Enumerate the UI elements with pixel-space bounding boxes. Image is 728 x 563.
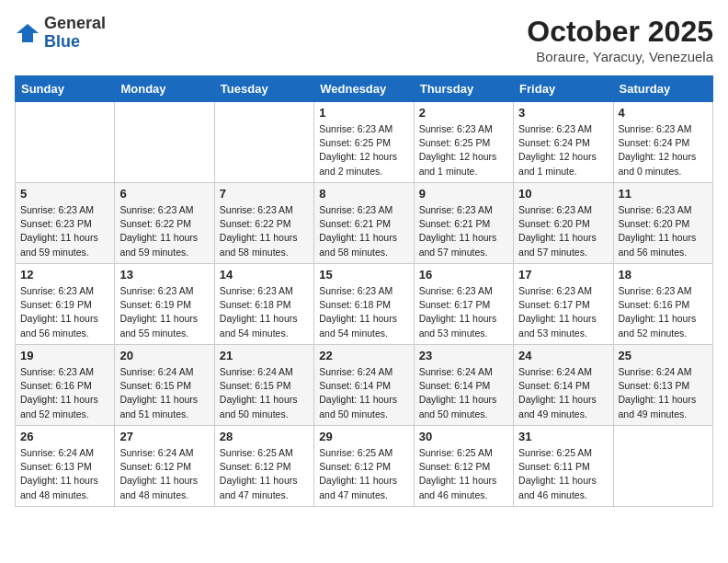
calendar-cell: 29Sunrise: 6:25 AM Sunset: 6:12 PM Dayli… [314, 426, 414, 507]
day-number: 16 [419, 268, 508, 282]
calendar-cell: 12Sunrise: 6:23 AM Sunset: 6:19 PM Dayli… [16, 264, 115, 345]
calendar-cell: 30Sunrise: 6:25 AM Sunset: 6:12 PM Dayli… [414, 426, 513, 507]
calendar-cell: 5Sunrise: 6:23 AM Sunset: 6:23 PM Daylig… [16, 183, 115, 264]
day-info: Sunrise: 6:25 AM Sunset: 6:11 PM Dayligh… [518, 446, 608, 502]
day-info: Sunrise: 6:24 AM Sunset: 6:13 PM Dayligh… [20, 446, 109, 502]
day-number: 29 [319, 430, 408, 443]
calendar-cell [214, 102, 313, 183]
title-block: October 2025 Boraure, Yaracuy, Venezuela [527, 15, 713, 64]
day-info: Sunrise: 6:23 AM Sunset: 6:18 PM Dayligh… [220, 284, 309, 340]
month-title: October 2025 [527, 15, 713, 49]
day-number: 2 [419, 106, 508, 120]
day-number: 14 [220, 268, 309, 282]
day-info: Sunrise: 6:24 AM Sunset: 6:12 PM Dayligh… [119, 446, 209, 502]
day-info: Sunrise: 6:25 AM Sunset: 6:12 PM Dayligh… [319, 446, 408, 502]
day-info: Sunrise: 6:23 AM Sunset: 6:20 PM Dayligh… [619, 203, 708, 259]
header-saturday: Saturday [613, 76, 712, 102]
day-number: 23 [419, 349, 508, 362]
day-info: Sunrise: 6:23 AM Sunset: 6:25 PM Dayligh… [419, 122, 508, 178]
calendar-cell: 18Sunrise: 6:23 AM Sunset: 6:16 PM Dayli… [613, 264, 712, 345]
calendar-cell: 11Sunrise: 6:23 AM Sunset: 6:20 PM Dayli… [613, 183, 712, 264]
day-info: Sunrise: 6:23 AM Sunset: 6:23 PM Dayligh… [20, 203, 109, 259]
day-info: Sunrise: 6:23 AM Sunset: 6:24 PM Dayligh… [619, 122, 708, 178]
day-number: 30 [419, 430, 508, 443]
day-info: Sunrise: 6:24 AM Sunset: 6:13 PM Dayligh… [619, 365, 708, 421]
day-info: Sunrise: 6:23 AM Sunset: 6:19 PM Dayligh… [119, 284, 209, 340]
day-number: 1 [319, 106, 408, 120]
calendar-week-row: 26Sunrise: 6:24 AM Sunset: 6:13 PM Dayli… [16, 426, 713, 507]
day-number: 24 [518, 349, 608, 362]
day-info: Sunrise: 6:23 AM Sunset: 6:16 PM Dayligh… [619, 284, 708, 340]
day-number: 5 [20, 187, 109, 201]
header-monday: Monday [115, 76, 214, 102]
day-number: 28 [220, 430, 309, 443]
calendar-cell: 28Sunrise: 6:25 AM Sunset: 6:12 PM Dayli… [214, 426, 313, 507]
logo-general-text: General [44, 15, 106, 33]
calendar-cell: 15Sunrise: 6:23 AM Sunset: 6:18 PM Dayli… [314, 264, 414, 345]
calendar-cell: 24Sunrise: 6:24 AM Sunset: 6:14 PM Dayli… [514, 345, 613, 426]
day-number: 17 [518, 268, 608, 282]
day-number: 18 [619, 268, 708, 282]
day-number: 15 [319, 268, 408, 282]
calendar-cell: 10Sunrise: 6:23 AM Sunset: 6:20 PM Dayli… [514, 183, 613, 264]
logo-text: General Blue [44, 15, 106, 52]
logo-blue-text: Blue [44, 33, 106, 52]
calendar-week-row: 12Sunrise: 6:23 AM Sunset: 6:19 PM Dayli… [16, 264, 713, 345]
calendar-cell: 6Sunrise: 6:23 AM Sunset: 6:22 PM Daylig… [115, 183, 214, 264]
day-number: 9 [419, 187, 508, 201]
day-info: Sunrise: 6:23 AM Sunset: 6:20 PM Dayligh… [518, 203, 608, 259]
calendar-cell [16, 102, 115, 183]
calendar-cell: 4Sunrise: 6:23 AM Sunset: 6:24 PM Daylig… [613, 102, 712, 183]
calendar-cell: 9Sunrise: 6:23 AM Sunset: 6:21 PM Daylig… [414, 183, 513, 264]
day-info: Sunrise: 6:23 AM Sunset: 6:22 PM Dayligh… [119, 203, 209, 259]
header-thursday: Thursday [414, 76, 513, 102]
calendar-week-row: 19Sunrise: 6:23 AM Sunset: 6:16 PM Dayli… [16, 345, 713, 426]
calendar-cell: 31Sunrise: 6:25 AM Sunset: 6:11 PM Dayli… [514, 426, 613, 507]
calendar-cell [613, 426, 712, 507]
day-info: Sunrise: 6:23 AM Sunset: 6:17 PM Dayligh… [419, 284, 508, 340]
calendar-cell: 20Sunrise: 6:24 AM Sunset: 6:15 PM Dayli… [115, 345, 214, 426]
calendar-cell: 2Sunrise: 6:23 AM Sunset: 6:25 PM Daylig… [414, 102, 513, 183]
calendar-cell: 22Sunrise: 6:24 AM Sunset: 6:14 PM Dayli… [314, 345, 414, 426]
calendar-cell: 1Sunrise: 6:23 AM Sunset: 6:25 PM Daylig… [314, 102, 414, 183]
day-number: 8 [319, 187, 408, 201]
day-info: Sunrise: 6:23 AM Sunset: 6:16 PM Dayligh… [20, 365, 109, 421]
day-info: Sunrise: 6:24 AM Sunset: 6:14 PM Dayligh… [518, 365, 608, 421]
day-number: 13 [119, 268, 209, 282]
day-number: 7 [220, 187, 309, 201]
day-number: 4 [619, 106, 708, 120]
day-info: Sunrise: 6:25 AM Sunset: 6:12 PM Dayligh… [419, 446, 508, 502]
day-number: 26 [20, 430, 109, 443]
day-number: 21 [220, 349, 309, 362]
calendar-table: SundayMondayTuesdayWednesdayThursdayFrid… [15, 75, 713, 507]
calendar-cell: 16Sunrise: 6:23 AM Sunset: 6:17 PM Dayli… [414, 264, 513, 345]
day-info: Sunrise: 6:25 AM Sunset: 6:12 PM Dayligh… [220, 446, 309, 502]
logo: General Blue [15, 15, 106, 52]
calendar-cell: 7Sunrise: 6:23 AM Sunset: 6:22 PM Daylig… [214, 183, 313, 264]
day-info: Sunrise: 6:23 AM Sunset: 6:22 PM Dayligh… [220, 203, 309, 259]
calendar-cell: 14Sunrise: 6:23 AM Sunset: 6:18 PM Dayli… [214, 264, 313, 345]
header-wednesday: Wednesday [314, 76, 414, 102]
calendar-cell: 23Sunrise: 6:24 AM Sunset: 6:14 PM Dayli… [414, 345, 513, 426]
calendar-cell: 21Sunrise: 6:24 AM Sunset: 6:15 PM Dayli… [214, 345, 313, 426]
day-number: 25 [619, 349, 708, 362]
calendar-cell: 3Sunrise: 6:23 AM Sunset: 6:24 PM Daylig… [514, 102, 613, 183]
calendar-week-row: 5Sunrise: 6:23 AM Sunset: 6:23 PM Daylig… [16, 183, 713, 264]
calendar-cell [115, 102, 214, 183]
calendar-cell: 26Sunrise: 6:24 AM Sunset: 6:13 PM Dayli… [16, 426, 115, 507]
day-info: Sunrise: 6:23 AM Sunset: 6:17 PM Dayligh… [518, 284, 608, 340]
day-info: Sunrise: 6:23 AM Sunset: 6:21 PM Dayligh… [419, 203, 508, 259]
calendar-cell: 25Sunrise: 6:24 AM Sunset: 6:13 PM Dayli… [613, 345, 712, 426]
day-number: 6 [119, 187, 209, 201]
day-info: Sunrise: 6:23 AM Sunset: 6:24 PM Dayligh… [518, 122, 608, 178]
calendar-cell: 17Sunrise: 6:23 AM Sunset: 6:17 PM Dayli… [514, 264, 613, 345]
day-info: Sunrise: 6:23 AM Sunset: 6:21 PM Dayligh… [319, 203, 408, 259]
calendar-cell: 13Sunrise: 6:23 AM Sunset: 6:19 PM Dayli… [115, 264, 214, 345]
day-number: 19 [20, 349, 109, 362]
day-number: 12 [20, 268, 109, 282]
page-header: General Blue October 2025 Boraure, Yarac… [15, 15, 713, 64]
day-info: Sunrise: 6:24 AM Sunset: 6:14 PM Dayligh… [319, 365, 408, 421]
header-friday: Friday [514, 76, 613, 102]
day-number: 3 [518, 106, 608, 120]
location-text: Boraure, Yaracuy, Venezuela [527, 49, 713, 64]
